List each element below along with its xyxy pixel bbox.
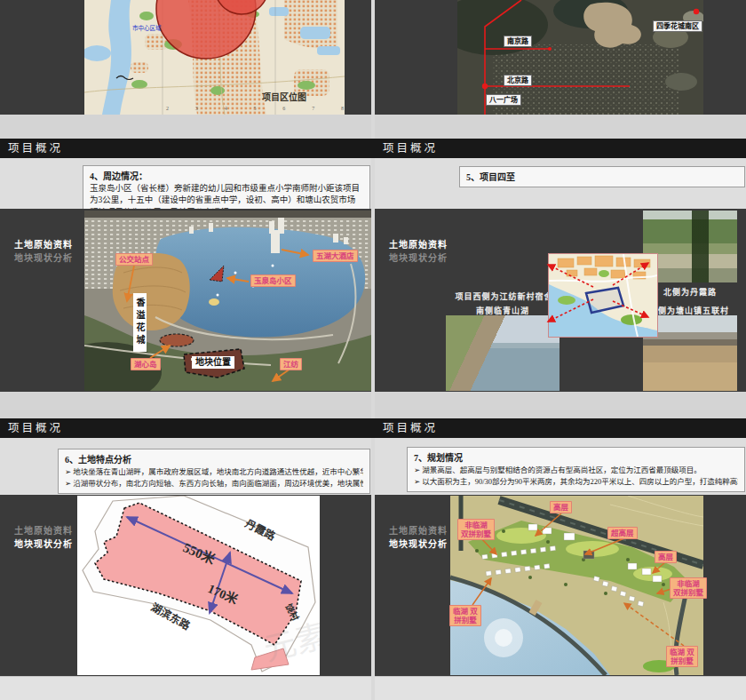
- slide-gap: [0, 676, 371, 700]
- sidebar-line1: 土地原始资料: [14, 524, 73, 537]
- bullet-item: ➢ 湖景高层、超高层与别墅相结合的资源占有型高尚社区，定位为江西省最顶级项目。: [414, 465, 738, 476]
- slide-sidebar: 土地原始资料 地块现状分析: [389, 524, 448, 551]
- west-side-photo: [448, 211, 560, 289]
- jiangfang-label: 江纺: [280, 358, 302, 370]
- super-highrise-label: 超高层: [607, 527, 638, 539]
- slide-sidebar: 土地原始资料 地块现状分析: [14, 524, 73, 551]
- lake-heart-island-area: [160, 334, 194, 346]
- slide2-header-bar: 项目概况: [0, 139, 379, 158]
- west-caption: 项目西侧为江纺新村宿舍: [444, 290, 564, 302]
- slides-preview-page: 市中心区域 项目区位图 2 3 4 5 6 7 8 项目概况 4、周边情况： 玉…: [0, 0, 746, 700]
- slide-gap: [0, 392, 371, 418]
- planning-textbox: 7、规划情况 ➢ 湖景高层、超高层与别墅相结合的资源占有型高尚社区，定位为江西省…: [407, 447, 745, 492]
- map-caption: 项目区位图: [262, 91, 306, 102]
- slide-gap: [375, 115, 746, 139]
- slide-column-left: 市中心区域 项目区位图 2 3 4 5 6 7 8 项目概况 4、周边情况： 玉…: [0, 0, 371, 700]
- textbox-body: 玉泉岛小区（省长楼）旁新建的幼儿园和市级重点小学南师附小距该项目为3公里，十五中…: [90, 183, 363, 209]
- sidebar-line2: 地块现状分析: [14, 537, 73, 551]
- bullet-item: ➢ 以大面积为主，90/30部分为90平米两房，其余均为220平米以上、四房以上…: [414, 476, 738, 488]
- slide2-header-bar: 项目概况: [375, 139, 746, 158]
- slide-gap: [375, 392, 746, 418]
- slide3-header-bar: 项目概况: [375, 418, 746, 438]
- slide2-image-section: 土地原始资料 地块现状分析: [0, 209, 371, 392]
- textbox-title: 4、周边情况：: [90, 169, 363, 182]
- south-caption: 南侧临青山湖: [446, 305, 560, 316]
- sidebar-line2: 地块现状分析: [389, 251, 448, 265]
- sidebar-line1: 土地原始资料: [389, 524, 448, 537]
- surroundings-textbox: 4、周边情况： 玉泉岛小区（省长楼）旁新建的幼儿园和市级重点小学南师附小距该项目…: [83, 165, 370, 209]
- slide2-header-title: 项目概况: [383, 142, 438, 155]
- xiangyi-huacheng-label: 香溢花城: [133, 293, 147, 352]
- lake-heart-island-label: 湖心岛: [131, 358, 161, 370]
- slide3-header-title: 项目概况: [383, 422, 438, 434]
- land-features-textbox: 6、土地特点分析 ➢ 地块坐落在青山湖畔，属市政府发展区域，地块南北方向道路通达…: [58, 449, 370, 494]
- slide-sidebar: 土地原始资料 地块现状分析: [14, 238, 73, 265]
- slide3-image-section: 土地原始资料 地块现状分析 550米 170米 丹: [0, 495, 371, 676]
- slide-gap: [375, 676, 746, 700]
- south-side-photo: [446, 315, 560, 391]
- lakefront-villa-label-2: 临湖 双 拼别墅: [666, 646, 698, 667]
- bayi-square-label: 八一广场: [486, 94, 521, 106]
- slide2-content-area: 4、周边情况： 玉泉岛小区（省长楼）旁新建的幼儿园和市级重点小学南师附小距该项目…: [0, 158, 371, 209]
- slide2-content-area: 5、项目四至: [375, 158, 746, 209]
- slide2-image-section: 土地原始资料 地块现状分析 项目西侧为江纺新村宿舍 北侧为丹霞路 南侧临青山湖 …: [375, 209, 746, 392]
- boundaries-textbox: 5、项目四至: [459, 166, 745, 187]
- beijing-road-label: 北京路: [504, 75, 532, 86]
- site-street-map: [548, 253, 658, 338]
- slide-gap: [0, 115, 371, 139]
- non-lakefront-villa-label-2: 非临湖 双拼别墅: [670, 577, 707, 599]
- sidebar-line2: 地块现状分析: [14, 251, 73, 265]
- slide-column-right: 南京路 北京路 八一广场 四季花城南区 项目概况 5、项目四至 土地原始资料 地…: [375, 0, 746, 700]
- slide2-header-title: 项目概况: [8, 142, 63, 155]
- bullet-item: ➢ 地块坐落在青山湖畔，属市政府发展区域，地块南北方向道路通达性优越，近市中心繁…: [65, 466, 363, 478]
- slide3-header-bar: 项目概况: [0, 418, 379, 438]
- bullet-item: ➢ 沿湖带状分布，南北方向短轴、东西方向长轴，南向面临湖面，周边环境优美，地块属…: [65, 478, 363, 489]
- slide3-image-section: 土地原始资料 地块现状分析: [375, 495, 746, 676]
- textbox-title: 5、项目四至: [466, 170, 738, 183]
- highrise-label-2: 高层: [655, 551, 677, 563]
- sijihuacheng-label: 四季花城南区: [653, 20, 702, 32]
- slide3-content-area: 6、土地特点分析 ➢ 地块坐落在青山湖畔，属市政府发展区域，地块南北方向道路通达…: [0, 438, 371, 495]
- textbox-title: 7、规划情况: [414, 450, 738, 464]
- sidebar-line1: 土地原始资料: [14, 238, 73, 251]
- slide1-right-satellite-map: 南京路 北京路 八一广场 四季花城南区: [375, 0, 746, 115]
- non-lakefront-villa-label-1: 非临湖 双拼别墅: [457, 519, 495, 540]
- slide3-content-area: 7、规划情况 ➢ 湖景高层、超高层与别墅相结合的资源占有型高尚社区，定位为江西省…: [375, 438, 746, 495]
- bus-stop-label: 公交站点: [115, 253, 153, 266]
- slide1-left-location-map: 市中心区域 项目区位图 2 3 4 5 6 7 8: [0, 0, 371, 115]
- sidebar-line1: 土地原始资料: [389, 238, 448, 251]
- city-map-image: 市中心区域 项目区位图 2 3 4 5 6 7 8: [84, 0, 345, 115]
- slide-sidebar: 土地原始资料 地块现状分析: [389, 238, 448, 265]
- nanjing-road-label: 南京路: [504, 36, 532, 47]
- map-center-label: 市中心区域: [132, 24, 162, 32]
- parcel-diagram: 550米 170米 丹霞路 湖滨东路 饶村 元素: [77, 496, 320, 675]
- wuhu-hotel-label: 五湖大酒店: [313, 250, 358, 262]
- site-location-label: 地块位置: [192, 356, 234, 369]
- highrise-label-1: 高层: [550, 501, 572, 513]
- yuquan-community-label: 玉泉岛小区: [250, 274, 296, 287]
- lakefront-villa-label-1: 临湖 双 拼别墅: [449, 605, 481, 626]
- sidebar-line2: 地块现状分析: [389, 537, 448, 551]
- textbox-title: 6、土地特点分析: [65, 452, 363, 465]
- slide3-header-title: 项目概况: [8, 422, 63, 434]
